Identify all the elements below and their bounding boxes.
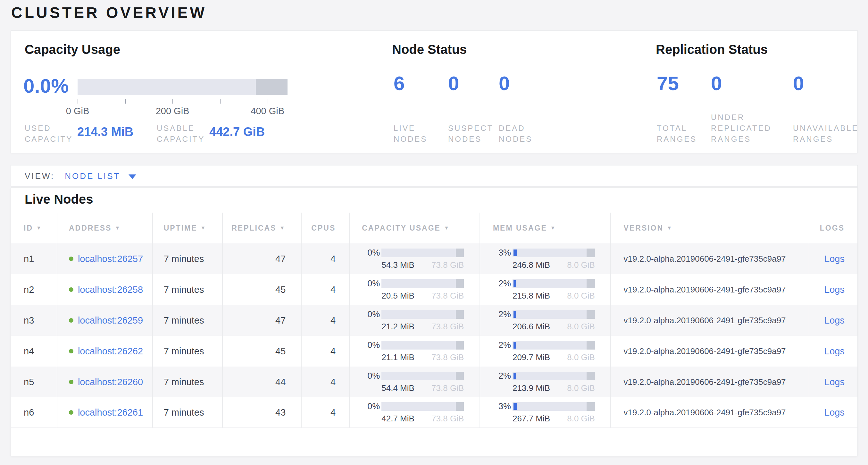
chevron-down-icon — [128, 174, 136, 179]
logs-link[interactable]: Logs — [825, 285, 845, 295]
node-cpus-cell: 4 — [302, 305, 350, 336]
capacity-percent: 0% — [362, 279, 380, 289]
logs-link[interactable]: Logs — [825, 315, 845, 326]
capacity-percent: 0% — [362, 340, 380, 350]
node-address-link[interactable]: localhost:26257 — [78, 254, 143, 264]
view-label: VIEW: — [25, 171, 55, 181]
suspect-nodes-label: SUSPECT NODES — [448, 123, 493, 145]
table-header-row: ID▼ ADDRESS▼ UPTIME▼ REPLICAS▼ CPUS CAPA… — [11, 213, 858, 243]
capacity-percent: 0% — [362, 310, 380, 319]
capacity-bar-reserved — [456, 279, 464, 288]
column-header-address[interactable]: ADDRESS▼ — [57, 213, 153, 243]
node-address-cell: localhost:26260 — [57, 367, 153, 397]
node-address-link[interactable]: localhost:26259 — [78, 315, 143, 326]
node-id-cell: n3 — [11, 305, 57, 336]
sort-arrow-icon: ▼ — [667, 225, 673, 231]
column-header-cpus: CPUS — [302, 213, 350, 243]
node-mem-usage-cell: 3% 267.7 MiB 8.0 GiB — [480, 397, 611, 428]
column-header-mem-usage[interactable]: MEM USAGE▼ — [480, 213, 611, 243]
live-nodes-section: Live Nodes ID▼ ADDRESS▼ UPTIME▼ REPLICAS… — [10, 187, 858, 456]
capacity-total-value: 73.8 GiB — [431, 260, 464, 270]
logs-link[interactable]: Logs — [825, 407, 845, 418]
total-ranges-label: TOTAL RANGES — [657, 123, 697, 145]
node-mem-usage-cell: 2% 209.7 MiB 8.0 GiB — [480, 336, 611, 367]
replication-status-heading: Replication Status — [656, 42, 768, 57]
node-capacity-usage-cell: 0% 42.7 MiB 73.8 GiB — [350, 397, 480, 428]
node-address-link[interactable]: localhost:26262 — [78, 346, 143, 357]
node-version-cell: v19.2.0-alpha.20190606-2491-gfe735c9a97 — [611, 336, 809, 367]
usable-capacity-value: 442.7 GiB — [209, 125, 265, 139]
capacity-bar — [381, 310, 464, 319]
capacity-bar — [381, 249, 464, 257]
node-address-cell: localhost:26259 — [57, 305, 153, 336]
node-live-status-icon — [69, 287, 73, 292]
memory-bar-fill — [514, 373, 516, 379]
unavailable-ranges-count: 0 — [793, 72, 804, 95]
sort-arrow-icon: ▼ — [36, 225, 42, 231]
used-capacity-value: 214.3 MiB — [77, 125, 133, 139]
live-nodes-table: ID▼ ADDRESS▼ UPTIME▼ REPLICAS▼ CPUS CAPA… — [11, 213, 858, 428]
dead-nodes-label: DEAD NODES — [499, 123, 532, 145]
node-uptime-cell: 7 minutes — [153, 243, 223, 274]
view-selector-bar: VIEW: NODE LIST — [10, 165, 858, 187]
used-capacity-label: USED CAPACITY — [25, 123, 73, 145]
sort-arrow-icon: ▼ — [200, 225, 207, 231]
column-header-replicas[interactable]: REPLICAS▼ — [223, 213, 302, 243]
axis-tick — [173, 99, 173, 104]
capacity-bar-reserved — [456, 310, 464, 319]
memory-bar-fill — [514, 311, 516, 318]
capacity-total-value: 73.8 GiB — [431, 383, 464, 393]
capacity-used-value: 21.2 MiB — [381, 322, 414, 331]
memory-percent: 2% — [493, 340, 511, 350]
node-version-cell: v19.2.0-alpha.20190606-2491-gfe735c9a97 — [611, 397, 809, 428]
node-logs-cell: Logs — [809, 305, 858, 336]
capacity-used-value: 21.1 MiB — [381, 352, 414, 362]
capacity-total-value: 73.8 GiB — [431, 414, 464, 424]
axis-tick-label: 0 GiB — [66, 106, 89, 116]
column-header-capacity-usage[interactable]: CAPACITY USAGE▼ — [350, 213, 480, 243]
node-uptime-cell: 7 minutes — [153, 274, 223, 305]
capacity-percent: 0% — [362, 402, 380, 411]
capacity-bar — [381, 372, 464, 380]
node-capacity-usage-cell: 0% 21.1 MiB 73.8 GiB — [350, 336, 480, 367]
node-address-cell: localhost:26258 — [57, 274, 153, 305]
node-address-link[interactable]: localhost:26261 — [78, 407, 143, 418]
capacity-total-value: 73.8 GiB — [431, 291, 464, 301]
axis-tick-label: 400 GiB — [251, 106, 284, 116]
cluster-overview-page: CLUSTER OVERVIEW Capacity Usage Node Sta… — [0, 0, 868, 465]
memory-bar — [513, 310, 595, 319]
memory-bar-fill — [514, 250, 517, 256]
node-address-link[interactable]: localhost:26258 — [78, 285, 143, 295]
sort-arrow-icon: ▼ — [444, 225, 450, 231]
logs-link[interactable]: Logs — [825, 346, 845, 357]
capacity-bar — [381, 402, 464, 411]
column-header-uptime[interactable]: UPTIME▼ — [153, 213, 223, 243]
logs-link[interactable]: Logs — [825, 377, 845, 387]
node-version-cell: v19.2.0-alpha.20190606-2491-gfe735c9a97 — [611, 243, 809, 274]
suspect-nodes-count: 0 — [448, 72, 459, 95]
under-replicated-count: 0 — [711, 72, 722, 95]
logs-link[interactable]: Logs — [825, 254, 845, 264]
capacity-percent: 0% — [362, 248, 380, 258]
capacity-used-value: 54.4 MiB — [381, 383, 414, 393]
live-nodes-label: LIVE NODES — [394, 123, 427, 145]
sort-arrow-icon: ▼ — [550, 225, 556, 231]
capacity-bar-reserved — [456, 249, 464, 257]
memory-bar — [513, 279, 595, 288]
table-row: n1 localhost:26257 7 minutes 47 4 0% — [11, 243, 858, 274]
node-mem-usage-cell: 3% 246.8 MiB 8.0 GiB — [480, 243, 611, 274]
capacity-used-value: 42.7 MiB — [381, 414, 414, 424]
capacity-bar-reserved — [456, 341, 464, 350]
capacity-bar-track — [78, 79, 287, 95]
memory-bar-reserved — [587, 249, 595, 257]
node-cpus-cell: 4 — [302, 243, 350, 274]
node-id-cell: n1 — [11, 243, 57, 274]
view-dropdown[interactable]: NODE LIST — [65, 171, 136, 181]
node-address-link[interactable]: localhost:26260 — [78, 377, 143, 387]
node-uptime-cell: 7 minutes — [153, 397, 223, 428]
column-header-version[interactable]: VERSION▼ — [611, 213, 809, 243]
capacity-usage-bar: 0 GiB 200 GiB 400 GiB — [78, 79, 287, 121]
memory-used-value: 267.7 MiB — [513, 414, 550, 424]
node-cpus-cell: 4 — [302, 274, 350, 305]
column-header-id[interactable]: ID▼ — [11, 213, 57, 243]
